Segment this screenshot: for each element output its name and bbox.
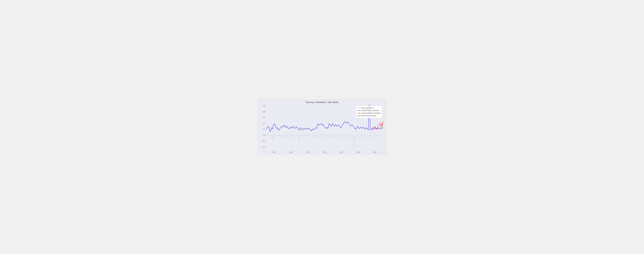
x-label-2019: 2019	[340, 152, 343, 153]
legend-line-training-volatility	[358, 110, 360, 111]
y-label-0.2: 0.2	[263, 128, 265, 130]
chart-title: Training / Validation / Test Splits	[258, 101, 386, 104]
legend-label-training-volatility: Scaled Training Volatility	[362, 109, 379, 112]
y-label-0.6: 0.6	[263, 117, 265, 118]
x-axis: 2015 2016 2017 2018 2019 2020 2021	[266, 152, 383, 153]
legend-line-validation-volatility	[358, 113, 360, 113]
legend-item-test-volatility: Scaled Test Volatility	[358, 114, 380, 117]
legend-item-validation-volatility: Scaled Validation Volatility	[358, 112, 380, 114]
y-label-neg0.2: −0.2	[262, 140, 265, 142]
legend-label-daily-returns: Daily Log Returns	[362, 107, 374, 110]
y-axis: 1.0 0.8 0.6 0.4 0.2 0.0 −0.2 −0.4	[258, 105, 266, 148]
x-label-2016: 2016	[289, 152, 293, 153]
validation-volatility-line	[372, 122, 383, 130]
x-label-2017: 2017	[306, 152, 310, 153]
y-label-0.4: 0.4	[263, 122, 265, 124]
x-label-2020: 2020	[356, 152, 360, 153]
y-label-1.0: 1.0	[263, 105, 265, 107]
y-label-neg0.4: −0.4	[262, 146, 265, 148]
legend-line-test-volatility	[358, 116, 360, 116]
legend-line-daily-returns	[358, 108, 360, 108]
x-label-2018: 2018	[323, 152, 326, 153]
test-volatility-line	[382, 127, 383, 128]
chart-container: Training / Validation / Test Splits 1.0 …	[258, 100, 386, 154]
legend-label-validation-volatility: Scaled Validation Volatility	[362, 112, 380, 114]
x-label-2015: 2015	[272, 152, 276, 153]
legend-label-test-volatility: Scaled Test Volatility	[362, 114, 376, 117]
legend-item-training-volatility: Scaled Training Volatility	[358, 109, 380, 112]
legend: Daily Log Returns Scaled Training Volati…	[356, 106, 382, 118]
legend-item-daily-returns: Daily Log Returns	[358, 107, 380, 110]
x-label-2021: 2021	[373, 152, 377, 153]
y-label-0.0: 0.0	[263, 134, 265, 136]
y-label-0.8: 0.8	[263, 111, 265, 112]
